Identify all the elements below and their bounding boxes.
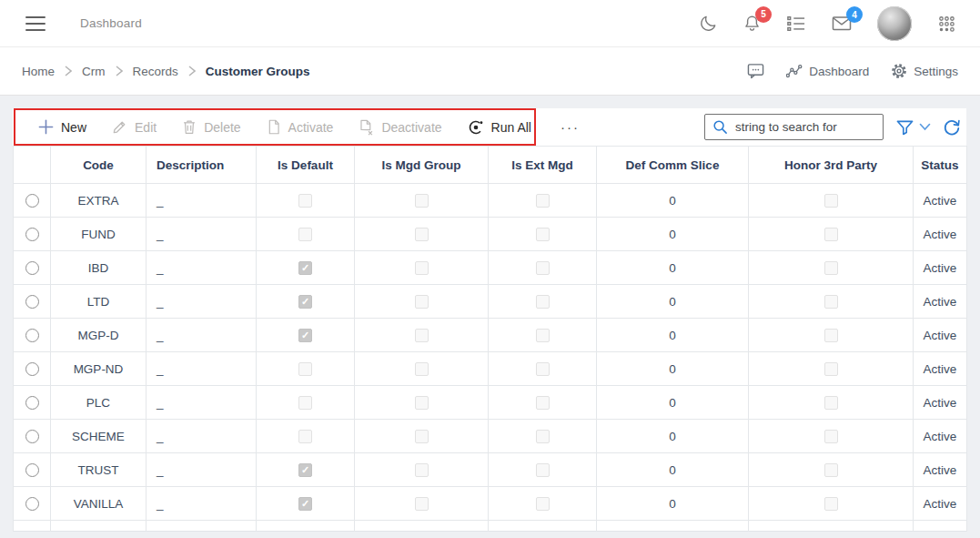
- row-select-radio[interactable]: [25, 497, 39, 511]
- is-mgd-group-cell: [355, 453, 489, 487]
- grid-toolbar: New Edit Delete Activate Deactivate Run …: [13, 108, 966, 146]
- is-mgd-group-checkbox: [415, 329, 429, 342]
- table-row[interactable]: MGP-ND_0Active: [14, 352, 967, 386]
- hamburger-menu-icon[interactable]: [25, 15, 45, 32]
- delete-button[interactable]: Delete: [169, 119, 253, 135]
- is-mgd-group-cell: [355, 386, 489, 420]
- col-header-is-default[interactable]: Is Default: [257, 147, 355, 184]
- table-row[interactable]: TRUST_0Active: [14, 453, 967, 487]
- col-header-description[interactable]: Description: [146, 147, 257, 184]
- is-ext-mgd-cell: [489, 184, 597, 218]
- col-header-def-comm-slice[interactable]: Def Comm Slice: [597, 147, 749, 184]
- filter-button[interactable]: [895, 118, 931, 137]
- chevron-down-icon: [919, 123, 931, 131]
- is-default-checkbox: [298, 396, 312, 410]
- row-select-radio[interactable]: [25, 396, 39, 410]
- user-avatar[interactable]: [877, 6, 912, 41]
- notifications-bell-icon[interactable]: 5: [743, 14, 762, 34]
- is-mgd-group-cell: [355, 285, 489, 319]
- honor-3rd-party-checkbox: [824, 295, 838, 309]
- def-comm-slice-cell: 0: [597, 487, 749, 521]
- delete-button-label: Delete: [204, 120, 240, 135]
- dashboard-action-button[interactable]: Dashboard: [786, 64, 869, 79]
- activate-button-label: Activate: [288, 120, 334, 135]
- honor-3rd-party-checkbox: [824, 194, 838, 208]
- is-ext-mgd-checkbox: [536, 228, 550, 241]
- table-row[interactable]: MGP-D_0Active: [14, 319, 967, 352]
- is-ext-mgd-cell: [489, 487, 597, 521]
- breadcrumb-item-home[interactable]: Home: [22, 65, 55, 78]
- edit-button[interactable]: Edit: [99, 119, 169, 135]
- chevron-right-icon: [116, 66, 123, 76]
- table-row[interactable]: EXTRA_0Active: [14, 184, 967, 218]
- header-row: Code Description Is Default Is Mgd Group…: [14, 147, 967, 184]
- col-header-is-mgd-group[interactable]: Is Mgd Group: [355, 147, 489, 184]
- code-cell: VANILLA: [51, 487, 146, 521]
- status-cell: Active: [914, 184, 967, 218]
- is-ext-mgd-cell: [489, 352, 597, 386]
- select-cell: [14, 386, 51, 420]
- row-select-radio[interactable]: [25, 362, 39, 376]
- row-select-radio[interactable]: [25, 430, 39, 443]
- row-select-radio[interactable]: [25, 194, 39, 208]
- deactivate-button[interactable]: Deactivate: [346, 119, 454, 136]
- chevron-right-icon: [188, 66, 196, 76]
- status-cell: Active: [914, 285, 967, 319]
- row-select-radio[interactable]: [25, 463, 39, 477]
- is-ext-mgd-checkbox: [536, 295, 550, 309]
- new-button[interactable]: New: [25, 119, 99, 135]
- description-cell: _: [146, 251, 257, 285]
- table-row[interactable]: SCHEME_0Active: [14, 420, 967, 453]
- col-header-code[interactable]: Code: [51, 147, 146, 184]
- activate-button[interactable]: Activate: [254, 119, 347, 135]
- dark-mode-moon-icon[interactable]: [699, 14, 718, 33]
- plus-icon: [38, 119, 54, 135]
- is-default-cell: [257, 352, 355, 386]
- row-select-radio[interactable]: [25, 329, 39, 342]
- document-x-icon: [359, 119, 374, 136]
- table-row[interactable]: IBD_0Active: [14, 251, 967, 285]
- partial-row: [14, 521, 967, 532]
- more-actions-button[interactable]: ···: [544, 119, 596, 135]
- app-launcher-grid-icon[interactable]: [936, 14, 956, 34]
- refresh-icon[interactable]: [943, 118, 961, 137]
- is-default-checkbox: [298, 497, 312, 511]
- task-list-icon[interactable]: [786, 15, 806, 33]
- code-cell: LTD: [51, 285, 146, 319]
- select-cell: [14, 487, 51, 521]
- is-mgd-group-cell: [355, 487, 489, 521]
- description-cell: _: [146, 218, 257, 251]
- feedback-comment-icon[interactable]: [747, 63, 764, 79]
- code-cell: FUND: [51, 218, 146, 251]
- honor-3rd-party-cell: [749, 319, 914, 352]
- col-header-honor-3rd-party[interactable]: Honor 3rd Party: [749, 147, 914, 184]
- table-row[interactable]: FUND_0Active: [14, 218, 967, 251]
- run-all-button[interactable]: Run All: [455, 119, 544, 136]
- def-comm-slice-cell: 0: [597, 386, 749, 420]
- row-select-radio[interactable]: [25, 261, 39, 275]
- search-input[interactable]: [704, 114, 884, 140]
- mail-icon[interactable]: 4: [831, 14, 853, 33]
- description-cell: _: [146, 352, 257, 386]
- edit-button-label: Edit: [135, 120, 157, 135]
- table-row[interactable]: PLC_0Active: [14, 386, 967, 420]
- honor-3rd-party-checkbox: [824, 362, 838, 376]
- is-default-checkbox: [298, 362, 312, 376]
- row-select-radio[interactable]: [25, 295, 39, 309]
- def-comm-slice-cell: 0: [597, 184, 749, 218]
- col-header-is-ext-mgd[interactable]: Is Ext Mgd: [489, 147, 597, 184]
- table-row[interactable]: LTD_0Active: [14, 285, 967, 319]
- is-ext-mgd-cell: [489, 285, 597, 319]
- deactivate-button-label: Deactivate: [381, 120, 441, 135]
- table-row[interactable]: VANILLA_0Active: [14, 487, 967, 521]
- settings-action-button[interactable]: Settings: [891, 63, 958, 79]
- is-default-checkbox: [298, 261, 312, 275]
- col-header-status[interactable]: Status: [914, 147, 967, 184]
- row-select-radio[interactable]: [25, 228, 39, 241]
- breadcrumb-item-records[interactable]: Records: [133, 65, 178, 78]
- is-ext-mgd-cell: [489, 251, 597, 285]
- breadcrumb-item-crm[interactable]: Crm: [82, 65, 106, 78]
- new-button-label: New: [61, 120, 86, 135]
- is-ext-mgd-checkbox: [536, 329, 550, 342]
- table-body: EXTRA_0ActiveFUND_0ActiveIBD_0ActiveLTD_…: [14, 184, 967, 532]
